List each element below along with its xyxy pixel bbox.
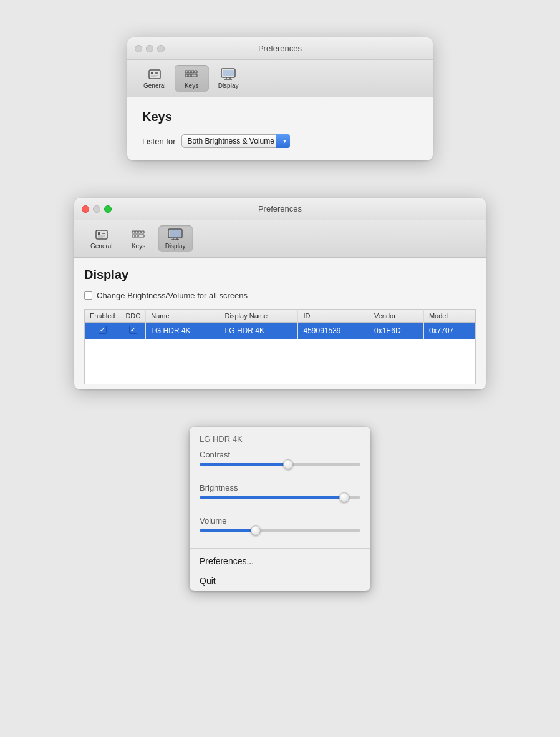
quit-menu-item[interactable]: Quit bbox=[190, 571, 370, 591]
svg-rect-18 bbox=[98, 232, 100, 235]
minimize-button[interactable] bbox=[146, 45, 153, 52]
all-screens-row: Change Brightness/Volume for all screens bbox=[84, 291, 476, 300]
listen-for-row: Listen for Brightness Only Volume Only B… bbox=[142, 134, 418, 148]
svg-rect-17 bbox=[96, 230, 107, 239]
col-enabled: Enabled bbox=[85, 310, 120, 323]
svg-rect-25 bbox=[142, 231, 144, 233]
general-icon bbox=[146, 67, 163, 81]
table-empty-row-3 bbox=[85, 369, 476, 384]
popup-divider bbox=[190, 548, 370, 549]
svg-rect-22 bbox=[132, 231, 135, 233]
contrast-track[interactable] bbox=[200, 463, 360, 466]
display-content: Display Change Brightness/Volume for all… bbox=[74, 258, 486, 389]
cell-ddc bbox=[120, 323, 146, 339]
table-row[interactable]: LG HDR 4K LG HDR 4K 459091539 0x1E6D 0x7… bbox=[85, 323, 476, 339]
svg-rect-33 bbox=[170, 230, 181, 237]
display-label-1: Display bbox=[218, 82, 239, 89]
contrast-slider-section: Contrast bbox=[190, 446, 370, 479]
tab-keys-2[interactable]: Keys bbox=[122, 225, 156, 252]
brightness-thumb[interactable] bbox=[339, 492, 349, 502]
brightness-slider-section: Brightness bbox=[190, 479, 370, 512]
toolbar-2: General Keys bbox=[74, 220, 486, 258]
keys-label-1: Keys bbox=[185, 82, 198, 89]
tab-display-2[interactable]: Display bbox=[158, 225, 193, 252]
display-icon-2 bbox=[167, 228, 184, 242]
display-icon-1 bbox=[220, 67, 237, 81]
svg-rect-9 bbox=[185, 74, 188, 77]
minimize-button-2[interactable] bbox=[93, 205, 100, 213]
keys-content: Keys Listen for Brightness Only Volume O… bbox=[127, 97, 433, 160]
volume-track[interactable] bbox=[200, 529, 360, 532]
cell-vendor: 0x1E6D bbox=[369, 323, 424, 339]
display-label-2: Display bbox=[165, 243, 186, 250]
tab-keys-1[interactable]: Keys bbox=[175, 65, 209, 92]
window-title-2: Preferences bbox=[258, 204, 302, 213]
volume-slider-section: Volume bbox=[190, 512, 370, 545]
svg-rect-7 bbox=[191, 71, 194, 73]
col-model: Model bbox=[423, 310, 475, 323]
svg-rect-16 bbox=[223, 70, 234, 76]
popup-header: LG HDR 4K bbox=[190, 427, 370, 446]
keys-icon bbox=[183, 67, 200, 81]
tab-display-1[interactable]: Display bbox=[211, 65, 246, 92]
keys-label-2: Keys bbox=[132, 243, 145, 250]
listen-for-label: Listen for bbox=[142, 137, 175, 146]
listen-for-select[interactable]: Brightness Only Volume Only Both Brightn… bbox=[181, 134, 290, 148]
svg-rect-1 bbox=[151, 72, 153, 74]
all-screens-checkbox[interactable] bbox=[84, 291, 92, 300]
empty-cell-2 bbox=[85, 354, 476, 369]
contrast-fill bbox=[200, 463, 288, 466]
keys-section-title: Keys bbox=[142, 110, 418, 124]
listen-for-select-wrapper[interactable]: Brightness Only Volume Only Both Brightn… bbox=[181, 134, 290, 148]
close-button[interactable] bbox=[135, 45, 142, 52]
traffic-lights-2 bbox=[82, 205, 112, 213]
keys-preferences-window: Preferences General bbox=[127, 37, 433, 160]
general-icon-2 bbox=[93, 228, 110, 242]
contrast-label: Contrast bbox=[200, 450, 360, 459]
popup-monitor-name: LG HDR 4K bbox=[200, 434, 360, 444]
cell-model: 0x7707 bbox=[423, 323, 475, 339]
svg-rect-8 bbox=[195, 71, 197, 73]
svg-rect-28 bbox=[138, 235, 144, 237]
brightness-label: Brightness bbox=[200, 483, 360, 492]
volume-thumb[interactable] bbox=[251, 525, 261, 535]
empty-cell-3 bbox=[85, 369, 476, 384]
svg-rect-26 bbox=[132, 235, 135, 237]
table-header-row: Enabled DDC Name Display Name ID Vendor … bbox=[85, 310, 476, 323]
popup-menu: LG HDR 4K Contrast Brightness Volume Pre… bbox=[190, 427, 370, 591]
tab-general-1[interactable]: General bbox=[137, 65, 172, 92]
col-id: ID bbox=[298, 310, 369, 323]
cell-id: 459091539 bbox=[298, 323, 369, 339]
cell-enabled bbox=[85, 323, 120, 339]
keys-icon-2 bbox=[130, 228, 147, 242]
title-bar-2: Preferences bbox=[74, 198, 486, 220]
maximize-button-2[interactable] bbox=[104, 205, 112, 213]
displays-table: Enabled DDC Name Display Name ID Vendor … bbox=[84, 309, 476, 384]
cell-name: LG HDR 4K bbox=[146, 323, 220, 339]
table-empty-row-1 bbox=[85, 339, 476, 354]
col-vendor: Vendor bbox=[369, 310, 424, 323]
general-label-1: General bbox=[143, 82, 166, 89]
volume-fill bbox=[200, 529, 256, 532]
contrast-thumb[interactable] bbox=[283, 459, 293, 469]
svg-rect-5 bbox=[185, 71, 188, 73]
all-screens-label: Change Brightness/Volume for all screens bbox=[97, 291, 248, 300]
empty-cell bbox=[85, 339, 476, 354]
volume-label: Volume bbox=[200, 516, 360, 525]
cell-display-name: LG HDR 4K bbox=[220, 323, 298, 339]
table-empty-row-2 bbox=[85, 354, 476, 369]
maximize-button[interactable] bbox=[157, 45, 165, 52]
title-bar-1: Preferences bbox=[127, 37, 433, 60]
toolbar-1: General Keys bbox=[127, 60, 433, 97]
display-preferences-window: Preferences General bbox=[74, 198, 486, 389]
window-title-1: Preferences bbox=[258, 44, 302, 53]
preferences-menu-item[interactable]: Preferences... bbox=[190, 551, 370, 571]
brightness-track[interactable] bbox=[200, 496, 360, 499]
tab-general-2[interactable]: General bbox=[84, 225, 119, 252]
enabled-checkmark bbox=[99, 326, 107, 334]
traffic-lights-1 bbox=[135, 45, 165, 52]
svg-rect-23 bbox=[135, 231, 138, 233]
close-button-2[interactable] bbox=[82, 205, 89, 213]
svg-rect-10 bbox=[188, 74, 191, 77]
ddc-checkmark bbox=[129, 326, 137, 334]
